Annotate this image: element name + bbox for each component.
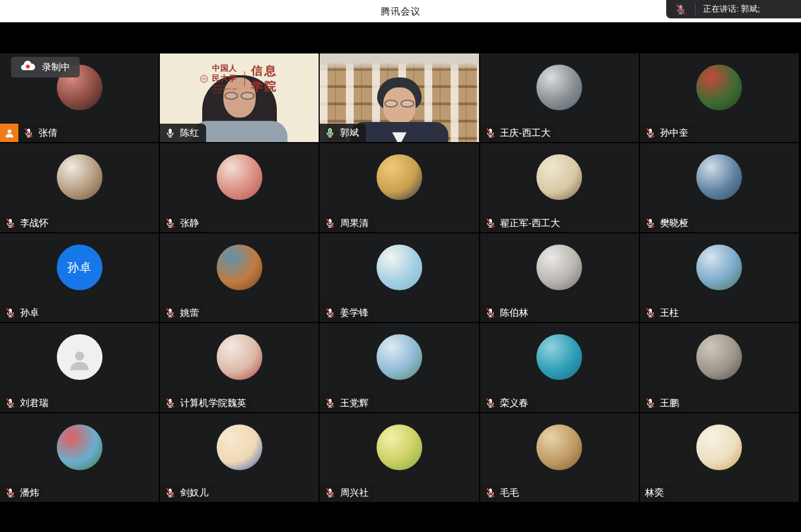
participant-tile[interactable]: 王鹏 bbox=[640, 323, 799, 412]
participant-label: 计算机学院魏英 bbox=[160, 394, 253, 412]
avatar bbox=[536, 424, 582, 470]
muted-mic-icon bbox=[485, 308, 496, 318]
participant-tile[interactable]: 计算机学院魏英 bbox=[160, 323, 319, 412]
participant-tile[interactable]: 樊晓桠 bbox=[640, 143, 799, 232]
participant-name: 王党辉 bbox=[340, 397, 368, 409]
muted-mic-icon bbox=[23, 128, 34, 138]
muted-mic-icon bbox=[485, 218, 496, 228]
participant-tile[interactable]: 中国人民大学 RENMIN UNIVERSITY OF CHINA 信息学院 陈… bbox=[160, 53, 319, 142]
participant-name: 刘君瑞 bbox=[20, 397, 48, 409]
participant-tile[interactable]: 王党辉 bbox=[320, 323, 478, 412]
participant-tile[interactable]: 姜学锋 bbox=[320, 233, 478, 322]
avatar bbox=[377, 334, 422, 380]
participant-tile[interactable]: 王柱 bbox=[640, 233, 799, 322]
participant-name: 孙中奎 bbox=[660, 126, 688, 139]
muted-mic-icon bbox=[485, 487, 496, 498]
participant-tile[interactable]: 郭斌 bbox=[320, 53, 478, 142]
participant-label: 李战怀 bbox=[0, 214, 56, 232]
participant-tile[interactable]: 李战怀 bbox=[0, 143, 159, 232]
meeting-window: 腾讯会议 正在讲话: 郭斌; 录制中 张倩 中 bbox=[0, 0, 801, 532]
participant-name: 剑奴儿 bbox=[180, 486, 208, 499]
mic-on-icon bbox=[165, 128, 175, 138]
muted-mic-icon bbox=[165, 308, 175, 318]
avatar: 孙卓 bbox=[57, 245, 102, 290]
avatar bbox=[696, 65, 742, 110]
muted-mic-icon bbox=[165, 487, 175, 498]
participant-name: 姚蕾 bbox=[180, 306, 199, 319]
muted-mic-icon bbox=[5, 308, 16, 318]
participant-name: 栾义春 bbox=[500, 397, 529, 409]
participant-tile[interactable]: 林奕 bbox=[640, 413, 799, 502]
participant-tile[interactable]: 孙卓 孙卓 bbox=[0, 233, 159, 322]
participant-name: 王鹏 bbox=[660, 397, 679, 409]
muted-mic-icon bbox=[325, 398, 335, 408]
muted-mic-icon bbox=[485, 128, 496, 138]
participant-label: 王鹏 bbox=[640, 394, 686, 412]
avatar bbox=[377, 424, 422, 470]
participant-label: 王庆-西工大 bbox=[480, 124, 558, 142]
participant-name: 张静 bbox=[180, 217, 199, 230]
app-title: 腾讯会议 bbox=[380, 5, 421, 18]
muted-mic-icon bbox=[645, 128, 656, 138]
participant-label: 孙卓 bbox=[0, 304, 46, 322]
muted-mic-icon bbox=[325, 487, 335, 498]
avatar bbox=[377, 245, 422, 290]
participant-tile[interactable]: 翟正军-西工大 bbox=[480, 143, 639, 232]
participant-tile[interactable]: 孙中奎 bbox=[640, 53, 799, 142]
participant-label: 翟正军-西工大 bbox=[480, 214, 568, 232]
participant-tile[interactable]: 张静 bbox=[160, 143, 319, 232]
avatar bbox=[217, 154, 262, 200]
participant-tile[interactable]: 王庆-西工大 bbox=[480, 53, 639, 142]
participant-name: 李战怀 bbox=[20, 217, 48, 230]
participant-name: 王庆-西工大 bbox=[500, 126, 551, 139]
muted-mic-icon bbox=[645, 308, 656, 318]
cloud-recording-icon bbox=[21, 61, 36, 74]
participant-label: 孙中奎 bbox=[640, 124, 696, 142]
participant-tile[interactable]: 刘君瑞 bbox=[0, 323, 159, 412]
participant-name: 周兴社 bbox=[340, 486, 368, 499]
muted-mic-icon bbox=[325, 218, 335, 228]
avatar bbox=[696, 154, 742, 200]
muted-mic-icon bbox=[5, 218, 16, 228]
recording-badge[interactable]: 录制中 bbox=[11, 57, 80, 77]
participant-tile[interactable]: 栾义春 bbox=[480, 323, 639, 412]
participant-label: 刘君瑞 bbox=[0, 394, 56, 412]
participant-label: 王党辉 bbox=[320, 394, 375, 412]
avatar bbox=[217, 245, 262, 290]
muted-mic-icon bbox=[165, 218, 175, 228]
participant-name: 姜学锋 bbox=[340, 306, 368, 319]
muted-mic-icon bbox=[5, 398, 16, 408]
muted-mic-icon bbox=[645, 398, 656, 408]
avatar bbox=[696, 245, 742, 290]
participant-grid: 张倩 中国人民大学 RENMIN UNIVERSITY OF CHINA 信息学… bbox=[0, 53, 799, 502]
participant-label: 陈红 bbox=[160, 124, 206, 142]
active-speaker-indicator[interactable]: 正在讲话: 郭斌; bbox=[666, 0, 801, 18]
participant-label: 张静 bbox=[160, 214, 206, 232]
recording-label: 录制中 bbox=[42, 61, 70, 74]
participant-tile[interactable]: 毛毛 bbox=[480, 413, 639, 502]
participant-label: 樊晓桠 bbox=[640, 214, 696, 232]
participant-name: 张倩 bbox=[38, 126, 57, 139]
participant-tile[interactable]: 剑奴儿 bbox=[160, 413, 319, 502]
participant-name: 林奕 bbox=[645, 486, 664, 499]
avatar bbox=[57, 154, 102, 200]
participant-tile[interactable]: 陈伯林 bbox=[480, 233, 639, 322]
muted-mic-icon bbox=[325, 308, 335, 318]
participant-tile[interactable]: 周兴社 bbox=[320, 413, 478, 502]
participant-tile[interactable]: 周果清 bbox=[320, 143, 478, 232]
speaking-mic-icon bbox=[325, 128, 335, 138]
participant-label: 王柱 bbox=[640, 304, 686, 322]
muted-mic-icon bbox=[666, 4, 695, 15]
active-speaker-label: 正在讲话: 郭斌; bbox=[696, 4, 760, 14]
participant-label: 周兴社 bbox=[320, 484, 375, 502]
school-name: 信息学院 bbox=[251, 63, 279, 94]
avatar bbox=[217, 334, 262, 380]
participant-label: 张倩 bbox=[18, 124, 65, 142]
participant-name: 翟正军-西工大 bbox=[500, 217, 560, 230]
avatar bbox=[696, 424, 742, 470]
participant-label: 周果清 bbox=[320, 214, 375, 232]
participant-tile[interactable]: 姚蕾 bbox=[160, 233, 319, 322]
logo-divider bbox=[245, 71, 245, 86]
participant-tile[interactable]: 潘炜 bbox=[0, 413, 159, 502]
participant-label: 林奕 bbox=[640, 484, 671, 502]
